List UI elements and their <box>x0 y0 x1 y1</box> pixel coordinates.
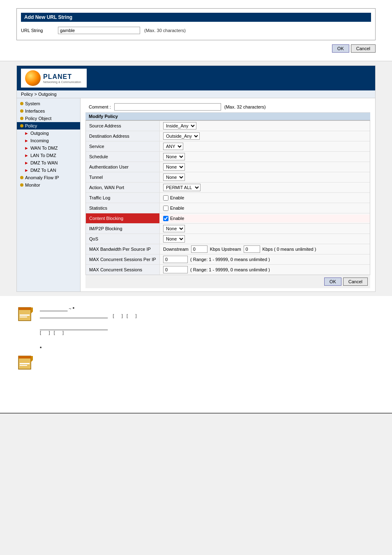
sidebar-item-anomaly-flow[interactable]: Anomaly Flow IP <box>17 174 80 181</box>
traffic-log-enable-label: Enable <box>170 195 184 200</box>
sidebar-item-dmz-to-wan[interactable]: ► DMZ To WAN <box>17 159 80 166</box>
top-cancel-button[interactable]: Cancel <box>351 44 376 53</box>
sidebar-label-lan-to-dmz: LAN To DMZ <box>30 153 56 158</box>
interfaces-bullet-icon <box>20 109 23 113</box>
policy-form: Source Address Inside_Any Destination Ad… <box>85 120 370 275</box>
content-blocking-checkbox[interactable] <box>163 216 168 221</box>
note-text-2 <box>40 354 376 361</box>
sidebar-item-system[interactable]: System <box>17 100 80 107</box>
note-bracket-r1: ] <box>122 313 123 318</box>
service-label: Service <box>86 141 160 151</box>
sidebar-label-policy-object: Policy Object <box>25 116 51 121</box>
traffic-log-checkbox-area: Enable <box>163 195 184 201</box>
qos-value: None <box>160 234 370 244</box>
max-sessions-ip-label: MAX Concurrent Sessions Per IP <box>86 254 160 264</box>
form-ok-cancel-row: OK Cancel <box>85 275 370 288</box>
note-val2 <box>129 313 134 318</box>
sidebar-item-lan-to-dmz[interactable]: ► LAN To DMZ <box>17 152 80 159</box>
sidebar-label-wan-to-dmz: WAN To DMZ <box>30 146 58 150</box>
sidebar-item-policy-object[interactable]: Policy Object <box>17 115 80 122</box>
outgoing-arrow-icon: ► <box>24 131 29 136</box>
note-asterisk-1: * <box>73 306 74 311</box>
kbps-hint: Kbps ( 0 means unlimited ) <box>263 247 316 252</box>
note-tilde-1: ~ <box>69 306 72 311</box>
doc-section: ___________ ~ * ________________________… <box>0 296 392 413</box>
action-wan-select[interactable]: PERMIT ALL <box>163 184 201 191</box>
note-bracket-l2: [ <box>127 313 128 318</box>
statistics-value: Enable <box>160 204 370 212</box>
source-address-value: Inside_Any <box>160 121 370 131</box>
source-address-label: Source Address <box>86 121 160 131</box>
form-row-tunnel: Tunnel None <box>86 172 370 183</box>
im-p2p-select[interactable]: None <box>163 225 185 232</box>
url-row: URL String (Max. 30 characters) <box>21 25 371 36</box>
service-select[interactable]: ANY <box>163 143 183 150</box>
form-row-source: Source Address Inside_Any <box>86 121 370 131</box>
qos-select[interactable]: None <box>163 235 185 243</box>
max-sessions-ip-input[interactable] <box>163 256 188 263</box>
top-ok-button[interactable]: OK <box>332 44 349 53</box>
svg-rect-6 <box>20 363 30 364</box>
form-ok-button[interactable]: OK <box>324 278 341 286</box>
schedule-value: None <box>160 152 370 162</box>
traffic-log-checkbox[interactable] <box>163 195 168 201</box>
auth-user-select[interactable]: None <box>163 163 185 171</box>
form-cancel-button[interactable]: Cancel <box>343 278 368 286</box>
sidebar-item-dmz-to-lan[interactable]: ► DMZ To LAN <box>17 166 80 174</box>
comment-input[interactable] <box>114 103 221 111</box>
comment-label: Comment : <box>89 104 111 109</box>
note-asterisk-2: * <box>40 346 42 351</box>
spacer-1 <box>16 338 376 346</box>
action-wan-value: PERMIT ALL <box>160 183 370 192</box>
sidebar-item-outgoing[interactable]: ► Outgoing <box>17 130 80 137</box>
max-sessions-value: ( Range: 1 - 99999, 0 means unlimited ) <box>160 265 370 275</box>
sidebar-item-incoming[interactable]: ► Incoming <box>17 137 80 144</box>
sidebar-item-policy[interactable]: Policy <box>17 122 80 130</box>
statistics-enable-label: Enable <box>170 206 184 210</box>
incoming-arrow-icon: ► <box>24 138 29 143</box>
im-p2p-value: None <box>160 224 370 234</box>
form-row-schedule: Schedule None <box>86 152 370 162</box>
max-sessions-input[interactable] <box>163 266 188 273</box>
service-value: ANY <box>160 141 370 151</box>
tunnel-select[interactable]: None <box>163 173 185 181</box>
note-underline-1: ___________ <box>40 306 67 311</box>
logo-globe-icon <box>25 70 41 86</box>
pencil-icon-2 <box>16 354 35 370</box>
sidebar-item-monitor[interactable]: Monitor <box>17 181 80 189</box>
statistics-checkbox-area: Enable <box>163 206 184 211</box>
source-address-select[interactable]: Inside_Any <box>163 122 196 130</box>
action-wan-label: Action, WAN Port <box>86 183 160 192</box>
url-string-input[interactable] <box>58 27 140 34</box>
schedule-label: Schedule <box>86 152 160 162</box>
kbps-label: Kbps Upstream <box>210 247 241 252</box>
svg-rect-2 <box>20 317 27 317</box>
comment-hint: (Max. 32 characters) <box>224 104 266 109</box>
sidebar-label-system: System <box>25 101 40 106</box>
url-string-hint: (Max. 30 characters) <box>144 28 186 33</box>
logo-tagline: Networking & Communication <box>43 81 81 83</box>
sidebar-item-interfaces[interactable]: Interfaces <box>17 107 80 115</box>
logo-image: PLANET Networking & Communication <box>25 70 81 86</box>
traffic-log-label: Traffic Log <box>86 193 160 203</box>
lan-dmz-arrow-icon: ► <box>24 153 29 158</box>
top-section: Add New URL String URL String (Max. 30 c… <box>0 0 392 61</box>
sidebar-label-dmz-to-lan: DMZ To LAN <box>30 168 56 173</box>
max-sessions-label: MAX Concurrent Sessions <box>86 265 160 275</box>
comment-row: Comment : (Max. 32 characters) <box>85 102 370 113</box>
system-bullet-icon <box>20 102 23 105</box>
form-row-auth-user: Authentication User None <box>86 162 370 172</box>
destination-address-select[interactable]: Outside_Any <box>163 132 200 140</box>
schedule-select[interactable]: None <box>163 153 185 160</box>
note-row-1: ___________ ~ * ________________________… <box>16 305 376 322</box>
form-row-service: Service ANY <box>86 141 370 152</box>
statistics-checkbox[interactable] <box>163 206 168 211</box>
sidebar-label-anomaly-flow: Anomaly Flow IP <box>25 175 59 180</box>
downstream-input[interactable] <box>191 245 208 253</box>
policy-object-bullet-icon <box>20 117 23 120</box>
sidebar-item-wan-to-dmz[interactable]: ► WAN To DMZ <box>17 144 80 152</box>
upstream-input[interactable] <box>244 245 260 253</box>
form-row-statistics: Statistics Enable <box>86 203 370 213</box>
modify-policy-header: Modify Policy <box>85 113 370 120</box>
content-blocking-value: Enable <box>160 215 370 222</box>
